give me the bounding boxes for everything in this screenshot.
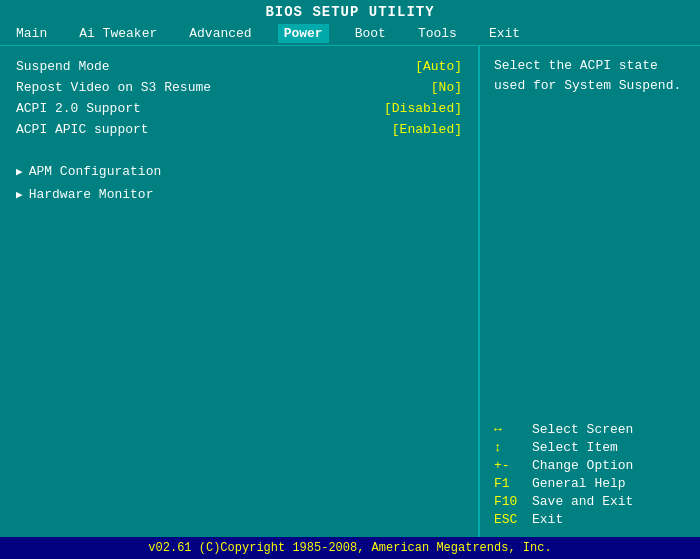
footer: v02.61 (C)Copyright 1985-2008, American … bbox=[0, 537, 700, 559]
nav-item-boot[interactable]: Boot bbox=[349, 24, 392, 43]
key-code: ↔ bbox=[494, 422, 524, 437]
submenu-item[interactable]: ▶APM Configuration bbox=[16, 160, 462, 183]
nav-item-main[interactable]: Main bbox=[10, 24, 53, 43]
key-desc: Select Screen bbox=[532, 422, 633, 437]
bios-screen: BIOS SETUP UTILITY MainAi TweakerAdvance… bbox=[0, 0, 700, 559]
left-panel: Suspend Mode[Auto]Repost Video on S3 Res… bbox=[0, 46, 480, 537]
submenus-group: ▶APM Configuration▶Hardware Monitor bbox=[16, 160, 462, 206]
key-legend-row: ↔Select Screen bbox=[494, 422, 686, 437]
key-desc: Exit bbox=[532, 512, 563, 527]
key-desc: Select Item bbox=[532, 440, 618, 455]
submenu-label: APM Configuration bbox=[29, 164, 162, 179]
key-legend-row: F1General Help bbox=[494, 476, 686, 491]
key-legend-row: F10Save and Exit bbox=[494, 494, 686, 509]
title-text: BIOS SETUP UTILITY bbox=[265, 4, 434, 20]
key-desc: General Help bbox=[532, 476, 626, 491]
right-panel: Select the ACPI state used for System Su… bbox=[480, 46, 700, 537]
setting-row[interactable]: ACPI 2.0 Support[Disabled] bbox=[16, 98, 462, 119]
setting-value: [No] bbox=[431, 80, 462, 95]
main-content: Suspend Mode[Auto]Repost Video on S3 Res… bbox=[0, 46, 700, 537]
setting-name: Repost Video on S3 Resume bbox=[16, 80, 211, 95]
setting-row[interactable]: ACPI APIC support[Enabled] bbox=[16, 119, 462, 140]
nav-item-advanced[interactable]: Advanced bbox=[183, 24, 257, 43]
setting-name: ACPI 2.0 Support bbox=[16, 101, 141, 116]
setting-value: [Enabled] bbox=[392, 122, 462, 137]
key-code: +- bbox=[494, 458, 524, 473]
key-code: ↕ bbox=[494, 440, 524, 455]
key-desc: Save and Exit bbox=[532, 494, 633, 509]
submenu-item[interactable]: ▶Hardware Monitor bbox=[16, 183, 462, 206]
nav-item-power[interactable]: Power bbox=[278, 24, 329, 43]
bios-title: BIOS SETUP UTILITY bbox=[0, 0, 700, 22]
key-legend-row: +-Change Option bbox=[494, 458, 686, 473]
footer-text: v02.61 (C)Copyright 1985-2008, American … bbox=[148, 541, 551, 555]
setting-name: Suspend Mode bbox=[16, 59, 110, 74]
nav-bar: MainAi TweakerAdvancedPowerBootToolsExit bbox=[0, 22, 700, 46]
key-legend-row: ESCExit bbox=[494, 512, 686, 527]
setting-value: [Auto] bbox=[415, 59, 462, 74]
help-text-content: Select the ACPI state used for System Su… bbox=[494, 58, 681, 93]
arrow-icon: ▶ bbox=[16, 188, 23, 201]
help-text: Select the ACPI state used for System Su… bbox=[494, 56, 686, 95]
key-legend-row: ↕Select Item bbox=[494, 440, 686, 455]
nav-item-ai-tweaker[interactable]: Ai Tweaker bbox=[73, 24, 163, 43]
key-code: ESC bbox=[494, 512, 524, 527]
setting-row[interactable]: Repost Video on S3 Resume[No] bbox=[16, 77, 462, 98]
key-code: F10 bbox=[494, 494, 524, 509]
submenu-label: Hardware Monitor bbox=[29, 187, 154, 202]
setting-row[interactable]: Suspend Mode[Auto] bbox=[16, 56, 462, 77]
key-legend: ↔Select Screen↕Select Item+-Change Optio… bbox=[494, 422, 686, 527]
settings-group: Suspend Mode[Auto]Repost Video on S3 Res… bbox=[16, 56, 462, 140]
key-code: F1 bbox=[494, 476, 524, 491]
nav-item-tools[interactable]: Tools bbox=[412, 24, 463, 43]
key-desc: Change Option bbox=[532, 458, 633, 473]
setting-name: ACPI APIC support bbox=[16, 122, 149, 137]
nav-item-exit[interactable]: Exit bbox=[483, 24, 526, 43]
arrow-icon: ▶ bbox=[16, 165, 23, 178]
setting-value: [Disabled] bbox=[384, 101, 462, 116]
